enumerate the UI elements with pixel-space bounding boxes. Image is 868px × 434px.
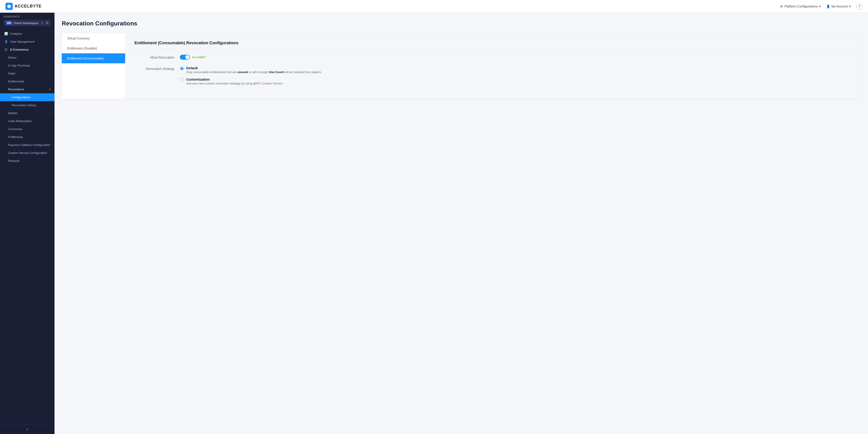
- namespace-gear-icon[interactable]: ⚙: [45, 21, 49, 25]
- revocations-chevron-icon: ∧: [49, 88, 51, 91]
- sidebar-item-currencies-label: Currencies: [8, 127, 22, 131]
- strategy-desc-prefix: Only consumable entitlements that are: [186, 70, 237, 74]
- sub-tabs: Virtual Currency Entitlement (Durable) E…: [62, 33, 125, 99]
- sidebar-item-user-management[interactable]: 👤 User Management: [0, 38, 55, 46]
- sidebar-item-configurations[interactable]: Configurations: [0, 93, 55, 101]
- sidebar-item-currencies[interactable]: Currencies: [0, 125, 55, 133]
- sidebar-bottom: «: [0, 424, 55, 434]
- sidebar-item-code-redemption-label: Code Redemption: [8, 120, 32, 123]
- sidebar-item-fulfillments-label: Fulfillments: [8, 135, 23, 139]
- ecommerce-icon: 🛒: [4, 48, 8, 51]
- iap-chevron-icon: ›: [50, 64, 51, 67]
- sidebar-item-entitlements-label: Entitlements: [8, 80, 24, 83]
- topnav: ACCELBYTE ⚙ Platform Configurations ▾ 👤 …: [0, 0, 868, 13]
- config-panel: Entitlement (Consumable) Revocation Conf…: [125, 33, 861, 99]
- sidebar-item-entitlements[interactable]: Entitlements: [0, 77, 55, 85]
- strategy-desc-suffix: will be revoked from players.: [284, 70, 322, 74]
- sidebar-item-payment-callback[interactable]: Payment Callback Configuration: [0, 141, 55, 149]
- allow-revocation-row: Allow Revocation ALLOWED: [134, 55, 851, 60]
- sidebar: NAMESPACE GN Game Namespace ▾ ⚙ 📊 Analyt…: [0, 13, 55, 434]
- main-content: Revocation Configurations Virtual Curren…: [55, 13, 868, 434]
- logo-svg: [7, 4, 11, 9]
- topnav-left: ACCELBYTE: [5, 3, 41, 10]
- namespace-name: Game Namespace: [14, 21, 40, 25]
- strategy-radio-customization[interactable]: [180, 78, 184, 82]
- platform-configurations-button[interactable]: ⚙ Platform Configurations ▾: [780, 4, 820, 8]
- strategy-desc-middle: or with enough: [248, 70, 269, 74]
- my-account-chevron: ▾: [849, 4, 851, 8]
- sidebar-item-revocations-label: Revocations: [8, 88, 24, 91]
- sidebar-item-analytics[interactable]: 📊 Analytics: [0, 30, 55, 38]
- logo-icon: [5, 3, 13, 10]
- user-icon: 👤: [826, 4, 830, 8]
- sidebar-item-ecommerce-label: E-Commerce: [10, 48, 28, 51]
- sidebar-item-rewards-label: Rewards: [8, 159, 20, 163]
- allowed-badge: ALLOWED: [192, 56, 206, 59]
- sidebar-item-iap-label: In-App Purchase: [8, 64, 30, 67]
- sidebar-menu: 📊 Analytics 👤 User Management 🛒 E-Commer…: [0, 28, 55, 424]
- sidebar-item-rewards[interactable]: Rewards: [0, 157, 55, 165]
- strategy-desc-default: Only consumable entitlements that are un…: [186, 70, 322, 74]
- sidebar-item-custom-service[interactable]: Custom Service Configuration: [0, 149, 55, 157]
- analytics-icon: 📊: [4, 32, 8, 35]
- sidebar-item-sales[interactable]: Sales ›: [0, 69, 55, 77]
- revocation-strategy-label: Revocation Strategy: [134, 66, 180, 71]
- logo: ACCELBYTE: [5, 3, 41, 10]
- strategy-label-default: Default Only consumable entitlements tha…: [186, 66, 322, 74]
- platform-configurations-chevron: ▾: [819, 4, 821, 8]
- platform-configurations-label: Platform Configurations: [784, 4, 817, 8]
- sidebar-item-fulfillments[interactable]: Fulfillments: [0, 133, 55, 141]
- tab-virtual-currency[interactable]: Virtual Currency: [62, 33, 125, 43]
- namespace-label: NAMESPACE: [4, 15, 51, 18]
- strategy-label-customization: Customization Use your own custom revoca…: [186, 77, 283, 85]
- config-panel-title: Entitlement (Consumable) Revocation Conf…: [134, 41, 851, 49]
- revocation-strategy-row: Revocation Strategy Default Only consuma…: [134, 66, 851, 85]
- sidebar-item-revocations[interactable]: Revocations ∧: [0, 85, 55, 93]
- namespace-section: NAMESPACE GN Game Namespace ▾ ⚙: [0, 13, 55, 28]
- sidebar-item-analytics-label: Analytics: [10, 32, 22, 35]
- namespace-chevron: ▾: [41, 22, 43, 25]
- strategy-option-default: Default Only consumable entitlements tha…: [180, 66, 322, 74]
- tab-entitlement-consumable[interactable]: Entitlement (Consumable): [62, 53, 125, 63]
- tab-entitlement-durable[interactable]: Entitlement (Durable): [62, 43, 125, 53]
- logo-text: ACCELBYTE: [14, 4, 41, 9]
- sidebar-item-in-app-purchase[interactable]: In-App Purchase ›: [0, 62, 55, 69]
- tabs-content-wrapper: Virtual Currency Entitlement (Durable) E…: [62, 33, 861, 99]
- revocation-strategy-group: Default Only consumable entitlements tha…: [180, 66, 322, 85]
- sidebar-item-ecommerce[interactable]: 🛒 E-Commerce: [0, 46, 55, 54]
- toggle-slider: [180, 55, 190, 60]
- help-icon: ?: [859, 4, 861, 8]
- strategy-title-default: Default: [186, 66, 322, 70]
- sidebar-collapse-button[interactable]: «: [26, 427, 28, 431]
- my-account-label: My Account: [831, 4, 848, 8]
- sidebar-item-stores[interactable]: Stores: [0, 54, 55, 62]
- user-management-icon: 👤: [4, 40, 8, 43]
- strategy-desc-highlight1: unused: [237, 70, 248, 74]
- strategy-desc-highlight2: Use Count: [269, 70, 284, 74]
- body-layout: NAMESPACE GN Game Namespace ▾ ⚙ 📊 Analyt…: [0, 13, 868, 434]
- strategy-option-customization: Customization Use your own custom revoca…: [180, 77, 322, 85]
- sidebar-item-custom-service-label: Custom Service Configuration: [8, 151, 47, 155]
- allow-revocation-toggle[interactable]: [180, 55, 190, 60]
- help-button[interactable]: ?: [856, 3, 863, 9]
- sidebar-item-code-redemption[interactable]: Code Redemption: [0, 117, 55, 125]
- page-title: Revocation Configurations: [62, 20, 861, 27]
- sidebar-item-revocation-history[interactable]: Revocation History: [0, 101, 55, 109]
- strategy-desc-customization: Use your own custom revocation strategy …: [186, 82, 283, 85]
- wallets-chevron-icon: ›: [50, 112, 51, 114]
- strategy-radio-default[interactable]: [180, 67, 184, 71]
- namespace-badge: GN: [6, 21, 12, 25]
- sidebar-item-configurations-label: Configurations: [11, 96, 31, 99]
- gear-icon: ⚙: [780, 4, 783, 8]
- sidebar-item-sales-label: Sales: [8, 72, 16, 75]
- sidebar-item-wallets[interactable]: Wallets ›: [0, 109, 55, 117]
- sidebar-item-stores-label: Stores: [8, 56, 17, 59]
- strategy-title-customization: Customization: [186, 77, 283, 81]
- sidebar-item-revocation-history-label: Revocation History: [11, 103, 36, 107]
- allow-revocation-label: Allow Revocation: [134, 55, 180, 59]
- allow-revocation-control: ALLOWED: [180, 55, 206, 60]
- namespace-selector[interactable]: GN Game Namespace ▾ ⚙: [4, 20, 51, 26]
- sales-chevron-icon: ›: [50, 72, 51, 75]
- my-account-button[interactable]: 👤 My Account ▾: [826, 4, 851, 8]
- sidebar-item-payment-callback-label: Payment Callback Configuration: [8, 143, 50, 147]
